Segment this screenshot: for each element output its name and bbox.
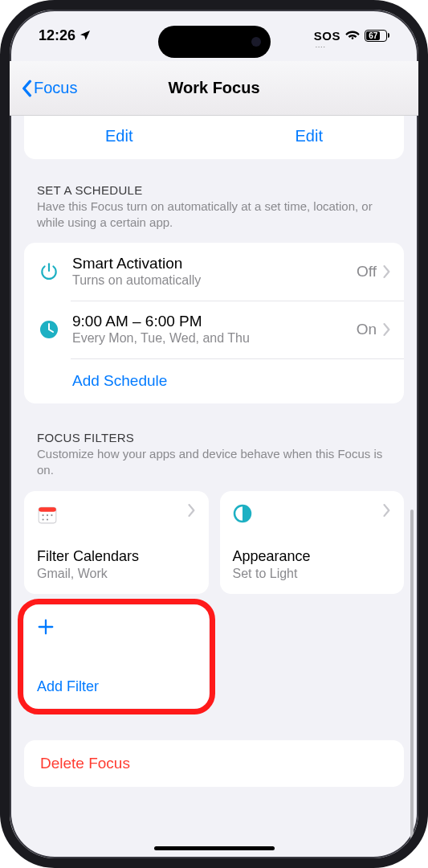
- status-time: 12:26: [39, 27, 75, 44]
- appearance-icon: [233, 504, 254, 525]
- smart-activation-title: Smart Activation: [72, 255, 357, 272]
- filters-desc: Customize how your apps and device behav…: [37, 446, 391, 479]
- status-sos: SOS: [314, 29, 340, 43]
- time-schedule-state: On: [357, 321, 377, 338]
- edit-button-1[interactable]: Edit: [105, 127, 132, 145]
- svg-point-6: [43, 518, 44, 520]
- home-indicator[interactable]: [154, 846, 275, 850]
- svg-point-5: [51, 514, 52, 516]
- battery-icon: 67: [365, 30, 389, 42]
- add-filter-label: Add Filter: [37, 678, 196, 695]
- schedule-desc: Have this Focus turn on automatically at…: [37, 199, 391, 231]
- filter-calendars-sub: Gmail, Work: [37, 567, 196, 581]
- filter-appearance-sub: Set to Light: [233, 567, 392, 581]
- svg-point-3: [43, 514, 44, 516]
- filter-calendars-title: Filter Calendars: [37, 548, 196, 565]
- power-icon: [37, 260, 61, 284]
- filter-appearance-card[interactable]: Appearance Set to Light: [220, 491, 405, 594]
- edit-button-2[interactable]: Edit: [296, 127, 323, 145]
- schedule-card: Smart Activation Turns on automatically …: [24, 243, 404, 403]
- calendar-icon: [37, 504, 58, 525]
- clock-icon: [37, 317, 61, 342]
- svg-point-4: [47, 514, 48, 516]
- delete-focus-label: Delete Focus: [40, 755, 130, 772]
- wifi-icon: [345, 30, 360, 41]
- battery-level: 67: [366, 31, 380, 40]
- dynamic-island: [158, 26, 271, 58]
- scroll-indicator[interactable]: [410, 510, 414, 849]
- svg-rect-2: [39, 507, 56, 511]
- filter-appearance-title: Appearance: [233, 548, 392, 565]
- add-schedule-row[interactable]: Add Schedule: [24, 358, 404, 403]
- back-button[interactable]: Focus: [21, 79, 77, 97]
- svg-point-7: [47, 518, 48, 520]
- chevron-right-icon: [383, 323, 391, 336]
- filters-header: FOCUS FILTERS: [37, 431, 391, 444]
- add-schedule-label: Add Schedule: [37, 372, 167, 390]
- back-label: Focus: [34, 79, 77, 97]
- schedule-header: SET A SCHEDULE: [37, 183, 391, 197]
- add-filter-card[interactable]: Add Filter: [24, 605, 209, 708]
- time-schedule-sub: Every Mon, Tue, Wed, and Thu: [72, 331, 357, 346]
- plus-icon: [37, 618, 55, 636]
- page-title: Work Focus: [168, 79, 259, 97]
- time-schedule-title: 9:00 AM – 6:00 PM: [72, 313, 357, 330]
- filter-calendars-card[interactable]: Filter Calendars Gmail, Work: [24, 491, 209, 594]
- smart-activation-row[interactable]: Smart Activation Turns on automatically …: [24, 243, 404, 301]
- chevron-right-icon: [188, 504, 196, 517]
- nav-bar: Focus Work Focus: [10, 61, 418, 116]
- chevron-right-icon: [383, 504, 391, 517]
- location-icon: [79, 29, 92, 42]
- delete-focus-button[interactable]: Delete Focus: [24, 740, 404, 787]
- time-schedule-row[interactable]: 9:00 AM – 6:00 PM Every Mon, Tue, Wed, a…: [24, 301, 404, 358]
- chevron-left-icon: [21, 80, 32, 97]
- chevron-right-icon: [383, 265, 391, 278]
- smart-activation-sub: Turns on automatically: [72, 273, 357, 288]
- top-edit-card: Edit Edit: [24, 116, 404, 159]
- smart-activation-state: Off: [357, 263, 377, 280]
